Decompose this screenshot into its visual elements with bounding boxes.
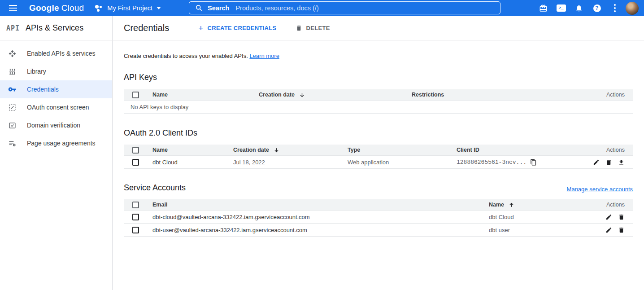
column-header-actions: Actions [606,92,633,98]
enabled-apis-icon [8,49,16,57]
column-header-creation-date[interactable]: Creation date [233,147,348,153]
menu-icon[interactable] [7,2,19,14]
search-placeholder: Products, resources, docs (/) [235,4,318,12]
column-header-name[interactable]: Name [489,202,590,208]
trash-icon [296,25,302,31]
domain-verification-icon [8,121,16,129]
api-keys-empty-message: No API keys to display [124,101,633,114]
sidebar-item-enabled-apis[interactable]: Enabled APIs & services [0,44,112,62]
main-panel: Credentials + CREATE CREDENTIALS DELETE … [113,16,644,290]
column-header-creation-date[interactable]: Creation date [259,92,412,98]
intro-text: Create credentials to access your enable… [124,53,633,59]
oauth-table: Name Creation date Type Client ID Action… [124,145,633,169]
table-row: dbt-user@vaulted-arcana-332422.iam.gserv… [124,224,633,237]
column-header-name[interactable]: Name [152,92,259,98]
library-icon [8,67,16,75]
sort-descending-icon [299,92,305,98]
row-actions [605,214,633,220]
agreements-icon [8,139,16,147]
manage-service-accounts-link[interactable]: Manage service accounts [567,186,633,193]
search-label: Search [208,4,229,12]
oauth-creation-date: Jul 18, 2022 [233,159,348,166]
help-icon[interactable]: ? [588,0,606,16]
delete-icon[interactable] [618,214,625,220]
sidebar: API APIs & Services Enabled APIs & servi… [0,16,113,290]
oauth-type: Web application [348,159,457,166]
sort-descending-icon [274,147,279,153]
row-checkbox[interactable] [132,214,139,220]
edit-icon[interactable] [605,214,612,220]
more-options-icon[interactable] [606,0,624,16]
row-actions [605,227,633,233]
table-row: dbt-cloud@vaulted-arcana-332422.iam.gser… [124,211,633,224]
column-header-type[interactable]: Type [348,147,457,153]
page-title: Credentials [124,23,169,33]
top-bar: GoogleCloud My First Project Search Prod… [0,0,644,16]
learn-more-link[interactable]: Learn more [249,53,279,59]
edit-icon[interactable] [605,227,612,233]
edit-icon[interactable] [593,159,600,166]
sidebar-item-domain-verification[interactable]: Domain verification [0,116,112,134]
chevron-down-icon [157,7,161,9]
select-all-checkbox[interactable] [132,202,139,208]
column-header-actions: Actions [606,202,633,208]
sort-ascending-icon [509,202,514,208]
sidebar-header: API APIs & Services [0,16,112,40]
delete-icon[interactable] [618,227,625,233]
sidebar-item-credentials[interactable]: Credentials [0,80,112,98]
service-account-name: dbt Cloud [489,214,590,220]
table-header-row: Name Creation date Restrictions Actions [124,89,633,101]
column-header-restrictions[interactable]: Restrictions [412,92,583,98]
project-name: My First Project [107,4,152,12]
copy-icon[interactable] [530,159,537,166]
sidebar-item-label: Library [27,68,46,75]
table-row: dbt Cloud Jul 18, 2022 Web application 1… [124,156,633,169]
service-account-name: dbt user [489,227,590,233]
create-credentials-button[interactable]: + CREATE CREDENTIALS [195,22,280,34]
service-accounts-table: Email Name Actions dbt-cloud@vaulted-arc… [124,199,633,237]
user-avatar[interactable] [626,2,639,15]
table-header-row: Name Creation date Type Client ID Action… [124,145,633,156]
column-header-email[interactable]: Email [152,202,489,208]
sidebar-item-label: Page usage agreements [27,140,96,147]
column-header-actions: Actions [606,147,633,153]
google-cloud-logo[interactable]: GoogleCloud [29,3,84,13]
sidebar-item-library[interactable]: Library [0,62,112,80]
api-keys-table: Name Creation date Restrictions Actions … [124,89,633,114]
sidebar-nav: Enabled APIs & services Library Credenti… [0,40,112,152]
search-input[interactable]: Search Products, resources, docs (/) [189,1,500,14]
download-icon[interactable] [618,159,625,166]
sidebar-item-oauth-consent[interactable]: OAuth consent screen [0,98,112,116]
free-trial-gift-icon[interactable] [534,0,552,16]
oauth-client-name: dbt Cloud [152,159,233,166]
service-accounts-header: Service Accounts Manage service accounts [124,183,633,193]
page-header: Credentials + CREATE CREDENTIALS DELETE [113,16,644,40]
oauth-heading: OAuth 2.0 Client IDs [124,128,633,138]
cloud-shell-icon[interactable]: >_ [552,0,570,16]
row-checkbox[interactable] [132,227,139,233]
select-all-checkbox[interactable] [132,92,139,98]
plus-icon: + [198,25,203,31]
select-all-checkbox[interactable] [132,147,139,154]
column-header-name[interactable]: Name [152,147,233,153]
topbar-actions: >_ ? [534,0,642,16]
consent-screen-icon [8,103,16,111]
sidebar-title: APIs & Services [26,23,83,33]
sidebar-item-label: OAuth consent screen [27,104,89,111]
key-icon [8,85,16,93]
notifications-bell-icon[interactable] [570,0,588,16]
delete-button[interactable]: DELETE [292,22,334,34]
sidebar-item-label: Domain verification [27,122,80,129]
project-selector[interactable]: My First Project [95,4,161,12]
api-product-icon: API [6,24,20,32]
table-header-row: Email Name Actions [124,199,633,211]
sidebar-item-page-usage-agreements[interactable]: Page usage agreements [0,134,112,152]
row-checkbox[interactable] [132,159,139,166]
api-keys-heading: API Keys [124,73,633,82]
row-actions [593,159,633,166]
service-account-email: dbt-cloud@vaulted-arcana-332422.iam.gser… [152,214,489,220]
search-icon [196,4,202,11]
project-icon [95,4,103,12]
delete-icon[interactable] [605,159,612,166]
column-header-client-id[interactable]: Client ID [457,147,583,153]
